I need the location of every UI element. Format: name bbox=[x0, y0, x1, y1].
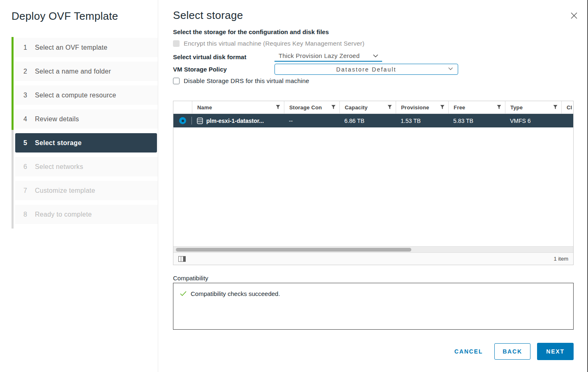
row-name-cell: plm-esxi-1-datastor... bbox=[192, 114, 284, 127]
compatibility-message: Compatibility checks succeeded. bbox=[191, 290, 280, 297]
filter-icon[interactable] bbox=[276, 105, 280, 109]
storage-policy-select[interactable]: Datastore Default bbox=[274, 64, 458, 75]
column-picker-icon[interactable] bbox=[178, 256, 186, 262]
step-select-networks: 6 Select networks bbox=[15, 157, 158, 176]
disk-format-value: Thick Provision Lazy Zeroed bbox=[279, 52, 360, 59]
storage-policy-label: VM Storage Policy bbox=[173, 66, 274, 73]
row-radio-cell bbox=[173, 114, 192, 127]
step-review-details[interactable]: 4 Review details bbox=[15, 109, 158, 129]
datastore-row-selected[interactable]: plm-esxi-1-datastor... -- 6.86 TB 1.53 T… bbox=[173, 114, 573, 127]
encrypt-vm-checkbox bbox=[173, 40, 180, 47]
page-subtitle: Select the storage for the configuration… bbox=[173, 28, 329, 35]
step-label: Review details bbox=[35, 116, 79, 123]
row-type-cell: VMFS 6 bbox=[505, 114, 561, 127]
column-header-free[interactable]: Free bbox=[448, 101, 505, 113]
step-number: 8 bbox=[23, 211, 35, 218]
item-count: 1 item bbox=[554, 256, 568, 262]
step-ready-to-complete: 8 Ready to complete bbox=[15, 205, 158, 224]
disable-drs-label: Disable Storage DRS for this virtual mac… bbox=[184, 77, 309, 84]
compatibility-label: Compatibility bbox=[173, 275, 208, 282]
step-number: 3 bbox=[23, 92, 35, 99]
step-label: Select storage bbox=[35, 139, 82, 147]
disable-drs-checkbox[interactable] bbox=[173, 78, 180, 84]
row-divider bbox=[191, 117, 192, 125]
step-label: Ready to complete bbox=[35, 211, 92, 218]
encrypt-vm-checkbox-row: Encrypt this virtual machine (Requires K… bbox=[173, 40, 364, 47]
column-header-type[interactable]: Type bbox=[505, 101, 561, 113]
column-label: Cl bbox=[567, 104, 572, 111]
filter-icon[interactable] bbox=[553, 105, 558, 109]
disk-format-select[interactable]: Thick Provision Lazy Zeroed bbox=[274, 52, 382, 62]
disk-format-row: Select virtual disk format Thick Provisi… bbox=[173, 52, 382, 62]
row-free-cell: 5.83 TB bbox=[448, 114, 505, 127]
wizard-steps: 1 Select an OVF template 2 Select a name… bbox=[14, 38, 158, 229]
column-header-name[interactable]: Name bbox=[192, 101, 284, 113]
column-header-capacity[interactable]: Capacity bbox=[339, 101, 396, 113]
column-header-storage-compatibility[interactable]: Storage Con bbox=[284, 101, 339, 113]
step-number: 1 bbox=[23, 44, 35, 51]
column-label: Storage Con bbox=[289, 104, 322, 111]
disable-drs-checkbox-row: Disable Storage DRS for this virtual mac… bbox=[173, 77, 309, 84]
step-label: Select networks bbox=[35, 163, 83, 171]
step-number: 4 bbox=[23, 116, 35, 123]
close-icon[interactable] bbox=[570, 12, 578, 20]
storage-policy-value: Datastore Default bbox=[336, 66, 396, 73]
step-select-ovf-template[interactable]: 1 Select an OVF template bbox=[15, 38, 158, 57]
encrypt-vm-label: Encrypt this virtual machine (Requires K… bbox=[184, 40, 364, 47]
page-title: Select storage bbox=[173, 9, 243, 22]
chevron-down-icon bbox=[448, 67, 453, 70]
step-select-name-folder[interactable]: 2 Select a name and folder bbox=[15, 62, 158, 81]
datastore-grid: Name Storage Con Capacity Provisione bbox=[173, 101, 574, 265]
horizontal-scrollbar[interactable] bbox=[173, 246, 573, 252]
step-customize-template: 7 Customize template bbox=[15, 181, 158, 200]
step-content-panel: Select storage Select the storage for th… bbox=[159, 0, 588, 372]
column-label: Type bbox=[510, 104, 523, 111]
step-number: 5 bbox=[23, 139, 35, 147]
step-select-compute-resource[interactable]: 3 Select a compute resource bbox=[15, 85, 158, 105]
step-number: 7 bbox=[23, 187, 35, 194]
step-label: Select an OVF template bbox=[35, 44, 107, 51]
column-header-cluster[interactable]: Cl bbox=[561, 101, 573, 113]
disk-format-label: Select virtual disk format bbox=[173, 53, 274, 60]
step-number: 2 bbox=[23, 68, 35, 75]
next-button[interactable]: NEXT bbox=[537, 343, 574, 360]
success-check-icon bbox=[180, 291, 187, 296]
row-provisioned-cell: 1.53 TB bbox=[396, 114, 448, 127]
wizard-actions: CANCEL BACK NEXT bbox=[454, 343, 574, 360]
cancel-button[interactable]: CANCEL bbox=[454, 348, 483, 355]
step-select-storage-active[interactable]: 5 Select storage bbox=[15, 133, 157, 152]
column-header-radio bbox=[173, 101, 192, 113]
filter-icon[interactable] bbox=[387, 105, 392, 109]
column-label: Provisione bbox=[401, 104, 429, 111]
row-capacity-cell: 6.86 TB bbox=[339, 114, 396, 127]
scrollbar-thumb[interactable] bbox=[176, 248, 411, 252]
datastore-icon bbox=[197, 118, 203, 124]
grid-header: Name Storage Con Capacity Provisione bbox=[173, 101, 573, 114]
chevron-down-icon bbox=[373, 54, 378, 58]
radio-selected-icon[interactable] bbox=[179, 117, 186, 124]
step-number: 6 bbox=[23, 163, 35, 171]
wizard-title: Deploy OVF Template bbox=[12, 10, 118, 23]
filter-icon[interactable] bbox=[497, 105, 501, 109]
column-label: Capacity bbox=[345, 104, 368, 111]
step-label: Customize template bbox=[35, 187, 95, 194]
datastore-name: plm-esxi-1-datastor... bbox=[206, 118, 264, 124]
step-label: Select a compute resource bbox=[35, 92, 116, 99]
wizard-sidebar: Deploy OVF Template 1 Select an OVF temp… bbox=[0, 0, 158, 372]
compatibility-message-row: Compatibility checks succeeded. bbox=[180, 290, 567, 297]
step-label: Select a name and folder bbox=[35, 68, 111, 75]
compatibility-panel: Compatibility checks succeeded. bbox=[173, 283, 574, 330]
column-label: Free bbox=[454, 104, 465, 111]
grid-empty-area bbox=[173, 127, 573, 246]
storage-policy-row: VM Storage Policy Datastore Default bbox=[173, 64, 458, 75]
grid-footer: 1 item bbox=[173, 252, 573, 265]
row-storage-compat-cell: -- bbox=[284, 114, 339, 127]
column-header-provisioned[interactable]: Provisione bbox=[396, 101, 448, 113]
filter-icon[interactable] bbox=[440, 105, 445, 109]
row-cluster-cell bbox=[561, 114, 573, 127]
filter-icon[interactable] bbox=[331, 105, 336, 109]
column-label: Name bbox=[197, 104, 212, 111]
back-button[interactable]: BACK bbox=[494, 343, 530, 360]
